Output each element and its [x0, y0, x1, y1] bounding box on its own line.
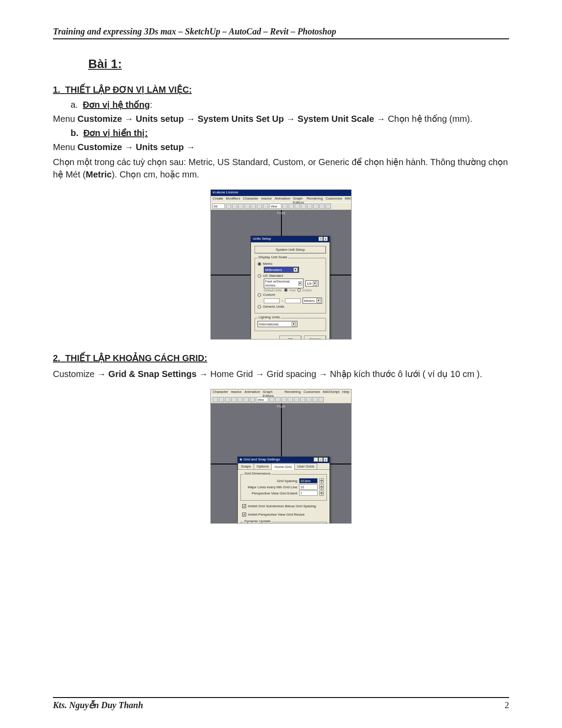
toolbar-icon[interactable] [257, 204, 262, 209]
app-menubar[interactable]: Character reactor Animation Graph Editor… [211, 389, 351, 396]
radio-custom[interactable] [258, 293, 261, 297]
toolbar-icon[interactable] [231, 397, 236, 402]
dialog-tabs: Snaps Options Home Grid User Grids [238, 463, 330, 470]
spin-down-icon[interactable]: ▾ [319, 493, 324, 496]
menu-item[interactable]: Animation [275, 196, 291, 202]
toolbar-icon[interactable] [326, 204, 331, 209]
radio-inches[interactable] [297, 288, 301, 292]
help-icon[interactable]: ? [318, 237, 323, 241]
toolbar-icon[interactable] [288, 204, 294, 209]
toolbar-icon[interactable] [288, 397, 293, 402]
persp-extent-input[interactable]: 7 [299, 490, 318, 496]
radio-metric-label: Metric [263, 262, 273, 266]
grid-spacing-input[interactable]: 10.0cm [299, 478, 318, 483]
toolbar-icon[interactable] [313, 204, 318, 209]
group-legend: Lighting Units [258, 315, 281, 319]
cancel-button[interactable]: Cancel [304, 336, 326, 339]
tab-user-grids[interactable]: User Grids [294, 463, 317, 469]
radio-feet[interactable] [284, 288, 288, 292]
arrow-icon: → [255, 369, 264, 379]
toolbar-icon[interactable] [318, 397, 324, 402]
toolbar-icon[interactable] [244, 397, 249, 402]
toolbar-icon[interactable] [213, 397, 218, 402]
major-lines-input[interactable]: 10 [299, 484, 318, 490]
menu-item[interactable]: Graph Editors [293, 196, 304, 202]
chevron-down-icon[interactable]: ▾ [293, 268, 298, 272]
toolbar-icon[interactable] [319, 204, 325, 209]
toolbar-icon[interactable] [281, 397, 287, 402]
menu-item[interactable]: reactor [261, 196, 272, 202]
menu-item[interactable]: Character [213, 390, 228, 395]
menu-item[interactable]: Create [213, 196, 223, 202]
spin-down-icon[interactable]: ▾ [319, 487, 324, 490]
app-menubar[interactable]: Create Modifiers Character reactor Anima… [211, 196, 351, 202]
toolbar-icon[interactable] [232, 204, 237, 209]
toolbar-icon[interactable] [300, 397, 305, 402]
toolbar-icon[interactable] [306, 397, 311, 402]
toolbar-icon[interactable] [294, 397, 299, 402]
toolbar-icon[interactable] [219, 397, 224, 402]
chevron-down-icon[interactable]: ▾ [298, 281, 302, 286]
radio-generic[interactable] [258, 305, 261, 309]
toolbar-icon[interactable] [295, 204, 300, 209]
menu-item[interactable]: Help [342, 390, 349, 395]
toolbar-icon[interactable] [263, 204, 268, 209]
filter-select[interactable]: All [213, 204, 225, 209]
toolbar-icon[interactable] [301, 204, 306, 209]
spin-down-icon[interactable]: ▾ [319, 481, 324, 483]
toolbar-icon[interactable] [251, 204, 256, 209]
menu-item[interactable]: Graph Editors [263, 390, 282, 395]
us-dropdown-1[interactable]: Feet w/Decimal Inches▾ [264, 279, 303, 288]
toolbar-icon[interactable] [225, 397, 230, 402]
toolbar-icon[interactable] [237, 397, 243, 402]
system-unit-setup-button[interactable]: System Unit Setup [255, 246, 326, 253]
line-1a-path: Menu Customize → Units setup → System Un… [53, 113, 509, 125]
close-icon[interactable]: × [323, 237, 328, 241]
radio-us-standard[interactable] [258, 274, 261, 278]
toolbar-icon[interactable] [307, 204, 312, 209]
arrow-icon: → [199, 369, 208, 379]
menu-item[interactable]: Rendering [307, 196, 323, 202]
menu-item[interactable]: Customize [303, 390, 320, 395]
custom-name-input[interactable] [264, 298, 280, 303]
toolbar-icon[interactable] [269, 397, 274, 402]
coord-select[interactable]: View [256, 397, 268, 402]
maximize-icon[interactable]: □ [318, 457, 323, 462]
chevron-down-icon[interactable]: ▾ [313, 281, 317, 286]
menu-item[interactable]: Customize [326, 196, 342, 202]
toolbar-icon[interactable] [312, 397, 318, 402]
toolbar-icon[interactable] [250, 397, 255, 402]
dialog-titlebar[interactable]: ◈Grid and Snap Settings _ □ × [238, 457, 330, 463]
custom-unit-dropdown[interactable]: Meters▾ [303, 298, 322, 304]
tab-home-grid[interactable]: Home Grid [271, 464, 295, 470]
menu-item[interactable]: Animation [244, 390, 260, 395]
tab-snaps[interactable]: Snaps [238, 463, 254, 469]
menu-item[interactable]: Rendering [285, 390, 301, 395]
tab-options[interactable]: Options [254, 463, 272, 469]
metric-dropdown[interactable]: Millimeters▾ [264, 267, 299, 273]
close-icon[interactable]: × [323, 457, 328, 462]
dialog-title-text: Units Setup [253, 237, 271, 242]
toolbar-icon[interactable] [226, 204, 231, 209]
minimize-icon[interactable]: _ [314, 457, 318, 462]
toolbar-icon[interactable] [244, 204, 250, 209]
lighting-dropdown[interactable]: International▾ [258, 321, 297, 327]
inhibit-persp-checkbox[interactable] [242, 513, 246, 517]
inhibit-subdiv-checkbox[interactable] [242, 504, 246, 508]
menu-item[interactable]: MAXScript [345, 196, 352, 202]
menu-item[interactable]: MAXScript [323, 390, 340, 395]
chevron-down-icon[interactable]: ▾ [292, 322, 296, 326]
toolbar-icon[interactable] [275, 397, 281, 402]
menu-item[interactable]: Modifiers [226, 196, 240, 202]
dialog-titlebar[interactable]: Units Setup ? × [251, 236, 330, 242]
us-dropdown-2[interactable]: 1/8▾ [305, 280, 318, 287]
ok-button[interactable]: OK [279, 336, 301, 339]
toolbar-icon[interactable] [238, 204, 244, 209]
custom-value-input[interactable] [285, 298, 301, 303]
chevron-down-icon[interactable]: ▾ [316, 298, 321, 303]
coord-select[interactable]: View [269, 204, 281, 209]
menu-item[interactable]: Character [243, 196, 258, 202]
radio-metric[interactable] [258, 262, 261, 266]
toolbar-icon[interactable] [282, 204, 288, 209]
menu-item[interactable]: reactor [231, 390, 242, 395]
